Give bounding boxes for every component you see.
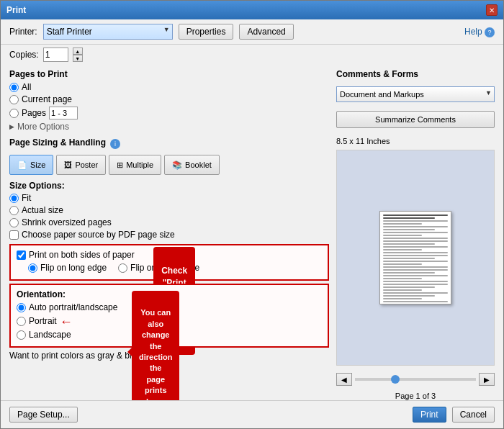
more-options-triangle: ▶	[9, 123, 14, 130]
page-line	[383, 214, 448, 216]
two-sided-checkbox[interactable]	[17, 250, 26, 260]
info-icon[interactable]: i	[110, 139, 120, 149]
pages-input[interactable]: 1 - 3	[49, 107, 78, 119]
copies-label: Copies:	[9, 50, 39, 60]
current-page-radio-row: Current page	[9, 94, 329, 104]
spin-up[interactable]: ▲	[73, 48, 83, 55]
fit-radio[interactable]	[9, 194, 19, 203]
advanced-button[interactable]: Advanced	[239, 24, 293, 40]
page-line	[383, 226, 448, 227]
page-preview	[379, 211, 451, 304]
page-line	[383, 263, 422, 265]
page-line	[383, 255, 448, 256]
nav-thumb[interactable]	[391, 375, 400, 384]
printer-label: Printer:	[9, 27, 37, 37]
title-bar: Print ✕	[1, 1, 503, 19]
page-line	[383, 252, 448, 253]
page-line	[383, 295, 435, 297]
current-page-radio[interactable]	[9, 95, 19, 104]
page-line	[383, 281, 448, 282]
fit-radio-row: Fit	[9, 193, 329, 203]
page-line	[383, 235, 422, 236]
page-line	[383, 246, 448, 248]
pdf-size-checkbox-row: Choose paper source by PDF page size	[9, 230, 329, 240]
all-radio-row: All	[9, 82, 329, 92]
next-page-button[interactable]: ▶	[479, 373, 495, 386]
action-buttons: Print Cancel	[413, 407, 495, 423]
shrink-radio[interactable]	[9, 218, 19, 227]
copies-input[interactable]: 1	[43, 48, 68, 62]
orientation-container: Orientation: Auto portrait/landscape Por…	[9, 284, 329, 348]
pages-to-print-section: Pages to Print All Current page Pages 1 …	[9, 69, 329, 132]
page-size-label: 8.5 x 11 Inches	[336, 137, 495, 145]
help-link[interactable]: Help ?	[464, 27, 495, 37]
current-page-label: Current page	[22, 94, 72, 104]
booklet-button[interactable]: 📚 Booklet	[164, 155, 220, 175]
sizing-title-row: Page Sizing & Handling i	[9, 137, 329, 150]
portrait-label: Portrait	[29, 316, 57, 326]
sizing-buttons: 📄 Size 🖼 Poster ⊞ Multiple 📚 Booklet	[9, 155, 329, 175]
size-options-title: Size Options:	[9, 181, 329, 191]
pdf-size-checkbox[interactable]	[9, 230, 19, 240]
actual-size-radio-row: Actual size	[9, 205, 329, 215]
landscape-radio[interactable]	[17, 330, 26, 340]
flip-long-radio[interactable]	[28, 263, 37, 273]
copies-spinner: ▲ ▼	[73, 48, 83, 62]
print-button[interactable]: Print	[413, 407, 446, 423]
page-setup-button[interactable]: Page Setup...	[9, 407, 78, 423]
page-line	[383, 272, 435, 274]
page-line	[383, 232, 448, 233]
printer-select[interactable]: Staff Printer	[43, 24, 173, 40]
two-sided-label: Print on both sides of paper	[29, 250, 135, 260]
print-dialog: Print ✕ Printer: Staff Printer Propertie…	[0, 0, 504, 429]
page-line	[383, 240, 448, 242]
booklet-icon: 📚	[172, 161, 182, 170]
comments-forms-select[interactable]: Document and Markups	[336, 86, 495, 102]
top-bar: Printer: Staff Printer Properties Advanc…	[1, 19, 503, 45]
page-line	[383, 266, 448, 268]
portrait-arrow: ←	[60, 315, 73, 330]
nav-slider[interactable]	[355, 378, 476, 381]
left-panel: Pages to Print All Current page Pages 1 …	[9, 69, 329, 400]
portrait-radio[interactable]	[17, 317, 26, 326]
close-button[interactable]: ✕	[486, 4, 498, 16]
page-line	[383, 304, 448, 304]
page-line	[383, 269, 448, 271]
pages-radio[interactable]	[9, 109, 19, 118]
size-button[interactable]: 📄 Size	[9, 155, 53, 175]
size-options: Size Options: Fit Actual size Shrink ove…	[9, 181, 329, 240]
spin-down[interactable]: ▼	[73, 55, 83, 62]
more-options-label: More Options	[17, 122, 69, 132]
pages-label: Pages	[22, 108, 46, 118]
auto-radio[interactable]	[17, 303, 26, 312]
cancel-button[interactable]: Cancel	[452, 407, 495, 423]
page-info: Page 1 of 3	[336, 392, 495, 400]
multiple-button[interactable]: ⊞ Multiple	[109, 155, 161, 175]
copies-row: Copies: 1 ▲ ▼	[1, 45, 503, 65]
more-options-row[interactable]: ▶ More Options	[9, 122, 329, 132]
actual-size-radio[interactable]	[9, 206, 19, 215]
actual-size-label: Actual size	[22, 205, 63, 215]
flip-long-label: Flip on long edge	[40, 263, 107, 273]
fit-label: Fit	[22, 193, 31, 203]
all-label: All	[22, 82, 31, 92]
page-line	[383, 249, 422, 250]
page-line	[383, 278, 422, 279]
prev-page-button[interactable]: ◀	[336, 373, 352, 386]
page-line	[383, 289, 422, 291]
page-line	[383, 292, 448, 294]
help-icon: ?	[485, 27, 495, 37]
flip-short-radio[interactable]	[118, 263, 127, 273]
flip-long-row: Flip on long edge	[28, 263, 107, 273]
page-sizing-section: Page Sizing & Handling i 📄 Size 🖼 Poster…	[9, 137, 329, 361]
summarize-comments-button[interactable]: Summarize Comments	[336, 111, 495, 128]
pages-radio-row: Pages 1 - 3	[9, 107, 329, 119]
main-content: Pages to Print All Current page Pages 1 …	[1, 65, 503, 400]
size-icon: 📄	[17, 161, 27, 170]
right-panel: Comments & Forms Document and Markups Su…	[336, 69, 495, 400]
page-line	[383, 238, 448, 239]
all-radio[interactable]	[9, 83, 19, 92]
poster-button[interactable]: 🖼 Poster	[56, 155, 106, 175]
auto-label: Auto portrait/landscape	[29, 302, 117, 312]
properties-button[interactable]: Properties	[179, 24, 234, 40]
